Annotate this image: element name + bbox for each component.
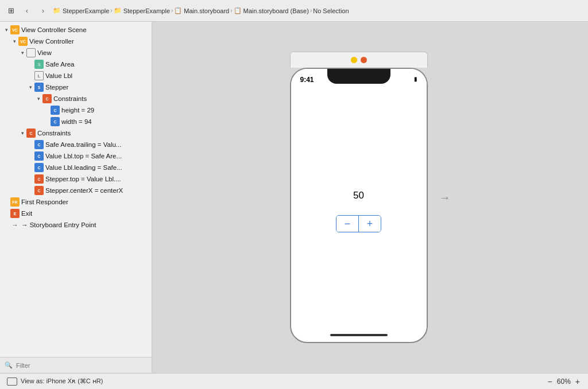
stepper-plus-button[interactable]: +: [359, 216, 381, 232]
tree-label-1: View Controller Scene: [21, 26, 147, 33]
home-indicator: [291, 328, 427, 342]
tree-item-18[interactable]: → → Storyboard Entry Point: [0, 219, 152, 231]
disclosure-1[interactable]: [2, 26, 10, 34]
tree-item-14[interactable]: C Stepper.top = Value Lbl....: [0, 173, 152, 185]
phone-wrapper: 9:41 ▮ 50 − +: [290, 52, 451, 343]
tree-item-3[interactable]: View: [0, 47, 152, 59]
breadcrumb-label-4: Main.storyboard (Base): [243, 7, 309, 14]
tree-label-11: Safe Area.trailing = Valu...: [45, 141, 147, 148]
breadcrumb-label-2: StepperExample: [123, 7, 170, 14]
view-as-label: View as: iPhone Xʀ (⌘C ʜR): [21, 378, 103, 385]
stepper-icon: S: [34, 83, 44, 92]
tree-label-8: height = 29: [61, 107, 147, 114]
zoom-out-button[interactable]: −: [547, 377, 554, 386]
tree-item-11[interactable]: C Safe Area.trailing = Valu...: [0, 139, 152, 150]
sidebar: VC View Controller Scene VC View Control…: [0, 22, 152, 373]
breadcrumb-no-selection: No Selection: [313, 7, 349, 14]
canvas: 9:41 ▮ 50 − +: [152, 22, 588, 373]
constraints-group-icon-1: C: [42, 94, 52, 103]
stepper-control[interactable]: − +: [336, 215, 381, 232]
tree-label-6: Stepper: [45, 84, 147, 91]
tree-item-17[interactable]: E Exit: [0, 208, 152, 219]
tree-item-8[interactable]: C height = 29: [0, 104, 152, 116]
forward-button[interactable]: ›: [37, 5, 49, 17]
folder-icon-2: 📁: [114, 7, 122, 14]
tree-item-9[interactable]: C width = 94: [0, 116, 152, 127]
iphone-notch: [327, 69, 390, 84]
tree-label-17: Exit: [21, 210, 147, 217]
scene-icon: VC: [10, 25, 20, 34]
bottom-right: − 60% +: [547, 377, 581, 386]
tree-item-5[interactable]: L Value Lbl: [0, 70, 152, 81]
zoom-level: 60%: [557, 378, 571, 386]
label-icon: L: [34, 71, 44, 80]
sidebar-filter: 🔍: [0, 357, 152, 373]
breadcrumb-item-2[interactable]: 📁 StepperExample: [114, 7, 170, 14]
storyboard-entry-arrow: →: [439, 191, 451, 204]
filter-input[interactable]: [16, 362, 147, 369]
tree-label-15: Stepper.centerX = centerX: [45, 187, 147, 194]
disclosure-7[interactable]: [34, 95, 42, 103]
tree-item-4[interactable]: S Safe Area: [0, 59, 152, 70]
tree-label-4: Safe Area: [45, 61, 147, 68]
breadcrumb-label-1: StepperExample: [63, 7, 109, 14]
tree-label-10: Constraints: [37, 130, 147, 137]
folder-icon-1: 📁: [53, 7, 61, 14]
zoom-in-button[interactable]: +: [574, 377, 581, 386]
tree-label-16: First Responder: [21, 199, 147, 205]
battery-icon: ▮: [414, 76, 417, 82]
breadcrumb: 📁 StepperExample › 📁 StepperExample › 📋 …: [53, 7, 349, 14]
breadcrumb-item-1[interactable]: 📁 StepperExample: [53, 7, 109, 14]
entry-icon: →: [10, 220, 20, 229]
breadcrumb-item-3[interactable]: 📋 Main.storyboard: [174, 7, 229, 14]
tree-label-2: View Controller: [29, 38, 147, 45]
tree-label-14: Stepper.top = Value Lbl....: [45, 176, 147, 182]
view-as-icon: [7, 378, 17, 386]
constraint-icon-7: C: [34, 186, 44, 195]
constraint-icon-6: C: [34, 174, 44, 184]
breadcrumb-label-3: Main.storyboard: [184, 7, 229, 14]
tree-item-7[interactable]: C Constraints: [0, 93, 152, 104]
breadcrumb-sep-1: ›: [110, 7, 112, 14]
window-close-button[interactable]: [361, 57, 367, 63]
constraint-icon-3: C: [34, 140, 44, 149]
tree-label-18: → Storyboard Entry Point: [21, 221, 147, 228]
tree-item-1[interactable]: VC View Controller Scene: [0, 24, 152, 36]
tree-label-12: Value Lbl.top = Safe Are...: [45, 153, 147, 160]
stepper-minus-button[interactable]: −: [336, 216, 358, 232]
window-minimize-button[interactable]: [351, 57, 357, 63]
constraint-icon-5: C: [34, 163, 44, 172]
tree-item-13[interactable]: C Value Lbl.leading = Safe...: [0, 162, 152, 173]
bottom-bar: View as: iPhone Xʀ (⌘C ʜR) − 60% +: [0, 373, 588, 389]
main-toolbar: ⊞ ‹ › 📁 StepperExample › 📁 StepperExampl…: [0, 0, 588, 22]
disclosure-2[interactable]: [10, 37, 18, 45]
phone-container: 9:41 ▮ 50 − +: [290, 52, 428, 343]
tree-item-2[interactable]: VC View Controller: [0, 36, 152, 47]
exit-icon: E: [10, 209, 20, 218]
tree-item-15[interactable]: C Stepper.centerX = centerX: [0, 185, 152, 196]
disclosure-10[interactable]: [18, 129, 26, 137]
tree-item-6[interactable]: S Stepper: [0, 81, 152, 93]
back-button[interactable]: ‹: [21, 5, 33, 17]
storyboard-icon-1: 📋: [174, 7, 182, 14]
storyboard-icon-2: 📋: [234, 7, 242, 14]
window-chrome: [290, 52, 428, 68]
tree-item-16[interactable]: FR First Responder: [0, 196, 152, 208]
breadcrumb-sep-3: ›: [230, 7, 232, 14]
tree-label-3: View: [37, 49, 147, 56]
disclosure-6[interactable]: [26, 83, 34, 91]
vc-icon: VC: [18, 37, 28, 46]
breadcrumb-item-4[interactable]: 📋 Main.storyboard (Base): [234, 7, 309, 14]
filter-icon: 🔍: [5, 361, 13, 369]
tree-label-5: Value Lbl: [45, 72, 147, 79]
status-icons: ▮: [414, 76, 417, 82]
tree-item-10[interactable]: C Constraints: [0, 127, 152, 139]
home-bar: [330, 334, 388, 336]
main-area: VC View Controller Scene VC View Control…: [0, 22, 588, 373]
grid-button[interactable]: ⊞: [5, 5, 17, 17]
constraints-group-icon-2: C: [26, 129, 36, 138]
status-time: 9:41: [300, 76, 314, 84]
tree-item-12[interactable]: C Value Lbl.top = Safe Are...: [0, 150, 152, 162]
tree-view: VC View Controller Scene VC View Control…: [0, 22, 152, 357]
disclosure-3[interactable]: [18, 49, 26, 57]
